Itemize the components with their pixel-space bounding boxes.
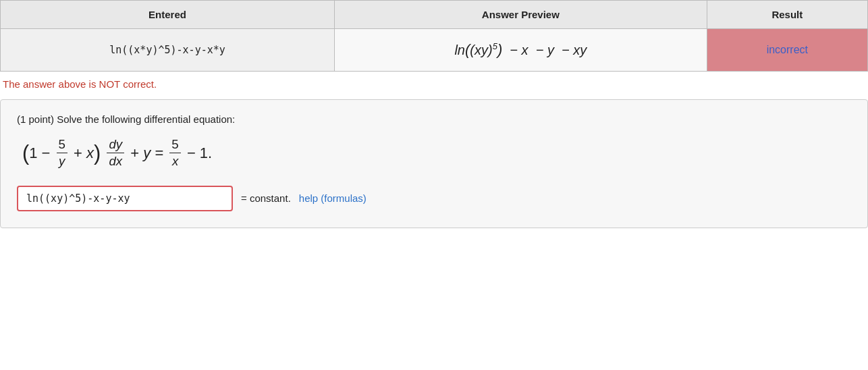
result-text: incorrect bbox=[767, 44, 808, 55]
equals-constant-text: = constant. bbox=[241, 192, 291, 204]
eq-plus-x: + x bbox=[70, 144, 94, 162]
fraction-5-over-y: 5 y bbox=[57, 137, 67, 169]
preview-cell: ln((xy)5) − x − y − xy bbox=[335, 29, 707, 72]
fraction-dy-dx: dy dx bbox=[107, 137, 124, 169]
help-formulas-link[interactable]: help (formulas) bbox=[299, 192, 367, 204]
answer-table: Entered Answer Preview Result ln((x*y)^5… bbox=[0, 0, 868, 72]
eq-plus-y: y bbox=[143, 144, 151, 162]
problem-title: (1 point) Solve the following differenti… bbox=[17, 113, 851, 125]
answer-input[interactable] bbox=[17, 186, 233, 211]
not-correct-message: The answer above is NOT correct. bbox=[0, 72, 868, 97]
equation-display: ( 1 − 5 y + x ) dy dx + y = 5 x − 1. bbox=[17, 137, 851, 169]
col-entered-header: Entered bbox=[1, 1, 335, 29]
right-paren: ) bbox=[94, 143, 101, 164]
result-cell: incorrect bbox=[707, 29, 867, 72]
answer-row: = constant. help (formulas) bbox=[17, 186, 851, 211]
entered-cell: ln((x*y)^5)-x-y-x*y bbox=[1, 29, 335, 72]
left-paren: ( bbox=[22, 143, 29, 164]
fraction-5-over-x: 5 x bbox=[169, 137, 180, 169]
problem-box: (1 point) Solve the following differenti… bbox=[0, 99, 868, 228]
col-preview-header: Answer Preview bbox=[335, 1, 707, 29]
eq-1: 1 − bbox=[29, 144, 54, 162]
preview-math: ln((xy)5) − x − y − xy bbox=[454, 43, 587, 57]
col-result-header: Result bbox=[707, 1, 867, 29]
